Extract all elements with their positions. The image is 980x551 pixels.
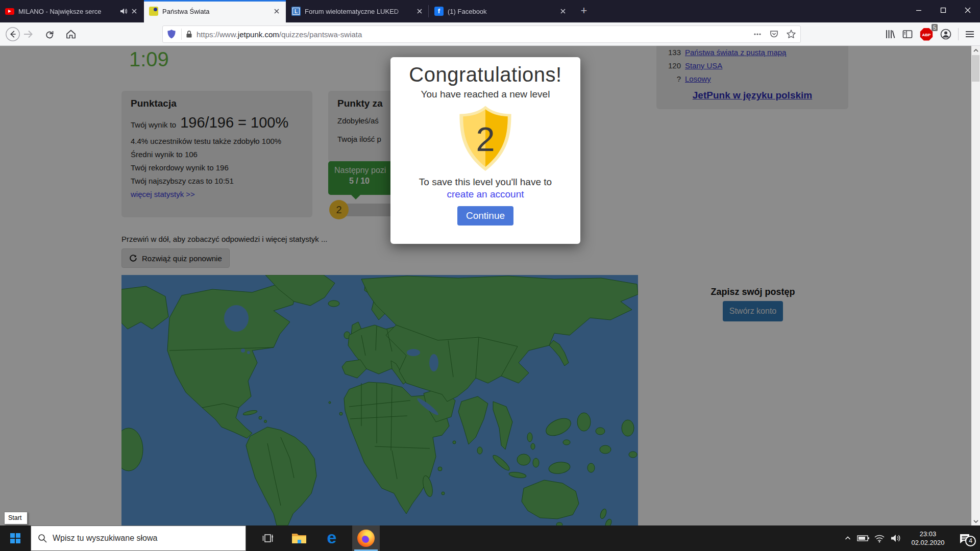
congratulations-modal: Congratulations! You have reached a new … [390, 57, 580, 244]
tab-title: MILANO - Największe serce [18, 8, 118, 15]
tab-separator [428, 5, 429, 17]
browser-tab-bar: MILANO - Największe serce Państwa Świata… [0, 0, 980, 22]
home-button[interactable] [63, 27, 79, 42]
taskbar-search-input[interactable] [53, 534, 226, 543]
firefox-button[interactable] [352, 525, 380, 551]
browser-nav-bar: https://www.jetpunk.com/quizzes/pantswa-… [0, 22, 980, 46]
file-explorer-icon [291, 532, 307, 545]
modal-subtitle: You have reached a new level [390, 89, 580, 100]
windows-taskbar: e 23:03 02.02.2020 [0, 525, 980, 551]
tab-panstwa-swiata[interactable]: Państwa Świata [144, 0, 286, 22]
lock-icon[interactable] [186, 30, 192, 38]
account-icon[interactable] [940, 28, 952, 40]
tab-audio-icon[interactable] [120, 8, 127, 15]
tab-forum[interactable]: L Forum wielotematyczne LUKED [286, 0, 429, 22]
forum-site-icon: L [291, 7, 301, 16]
search-icon [37, 533, 47, 543]
close-tab-icon[interactable] [559, 7, 567, 15]
file-explorer-button[interactable] [286, 525, 312, 551]
notification-count-badge: 4 [965, 536, 976, 546]
back-button[interactable] [5, 27, 20, 42]
window-maximize-button[interactable] [931, 0, 955, 20]
url-bar[interactable]: https://www.jetpunk.com/quizzes/pantswa-… [162, 26, 801, 43]
taskbar-search-box[interactable] [31, 525, 246, 551]
close-tab-icon[interactable] [130, 7, 138, 15]
pocket-icon[interactable] [769, 30, 779, 39]
adblock-icon[interactable]: ABP 5 [919, 27, 934, 41]
svg-text:ABP: ABP [922, 33, 932, 37]
clock-date: 02.02.2020 [904, 538, 951, 547]
clock-time: 23:03 [904, 530, 951, 538]
firefox-icon [357, 530, 375, 547]
start-button[interactable] [0, 525, 31, 551]
window-minimize-button[interactable] [906, 0, 931, 20]
menu-hamburger-icon[interactable] [965, 29, 975, 39]
start-tooltip: Start [4, 512, 28, 524]
speaker-icon [890, 534, 901, 543]
close-tab-icon[interactable] [415, 7, 424, 15]
bookmark-star-icon[interactable] [786, 29, 796, 39]
jetpunk-icon [149, 7, 158, 16]
task-view-icon [261, 532, 274, 544]
task-view-button[interactable] [255, 525, 280, 551]
facebook-icon: f [434, 7, 444, 16]
modal-note: To save this level you'll have to [390, 177, 580, 188]
scroll-down-arrow[interactable] [971, 517, 980, 525]
page-actions-icon[interactable] [753, 30, 762, 39]
windows-logo-icon [10, 533, 20, 543]
tab-facebook[interactable]: f (1) Facebook [429, 0, 572, 22]
shield-level-number: 2 [476, 120, 495, 158]
urlbar-separator [181, 29, 182, 40]
tab-title: Państwa Świata [162, 8, 270, 15]
window-close-button[interactable] [955, 0, 980, 20]
edge-button[interactable]: e [318, 525, 345, 551]
youtube-icon [5, 8, 14, 15]
create-account-link[interactable]: create an account [447, 189, 524, 200]
edge-icon: e [327, 528, 337, 547]
new-tab-button[interactable]: + [577, 4, 591, 18]
tab-title: Forum wielotematyczne LUKED [305, 8, 412, 15]
sidebar-toggle-icon[interactable] [902, 29, 913, 40]
tracking-shield-icon[interactable] [167, 29, 176, 39]
volume-tray-button[interactable] [888, 525, 903, 551]
library-icon[interactable] [885, 29, 896, 40]
tab-title: (1) Facebook [448, 8, 556, 15]
modal-title: Congratulations! [390, 63, 580, 86]
tray-expand-button[interactable] [841, 525, 854, 551]
scroll-up-arrow[interactable] [971, 46, 980, 55]
url-text: https://www.jetpunk.com/quizzes/pantswa-… [197, 30, 362, 39]
toolbar-separator [958, 28, 959, 40]
taskbar-clock[interactable]: 23:03 02.02.2020 [904, 525, 951, 551]
scrollbar-thumb[interactable] [972, 55, 979, 82]
continue-button[interactable]: Continue [457, 206, 513, 226]
adblock-badge: 5 [932, 24, 938, 31]
network-tray-button[interactable] [872, 525, 887, 551]
reload-button[interactable] [42, 27, 57, 42]
page-scrollbar[interactable] [971, 46, 980, 525]
battery-tray-button[interactable] [855, 525, 871, 551]
close-tab-icon[interactable] [273, 7, 281, 15]
battery-icon [857, 535, 870, 542]
wifi-icon [874, 534, 885, 543]
chevron-up-icon [844, 535, 851, 542]
level-shield-icon: 2 [456, 104, 515, 174]
forward-button[interactable] [20, 27, 36, 42]
tab-youtube[interactable]: MILANO - Największe serce [0, 0, 143, 22]
